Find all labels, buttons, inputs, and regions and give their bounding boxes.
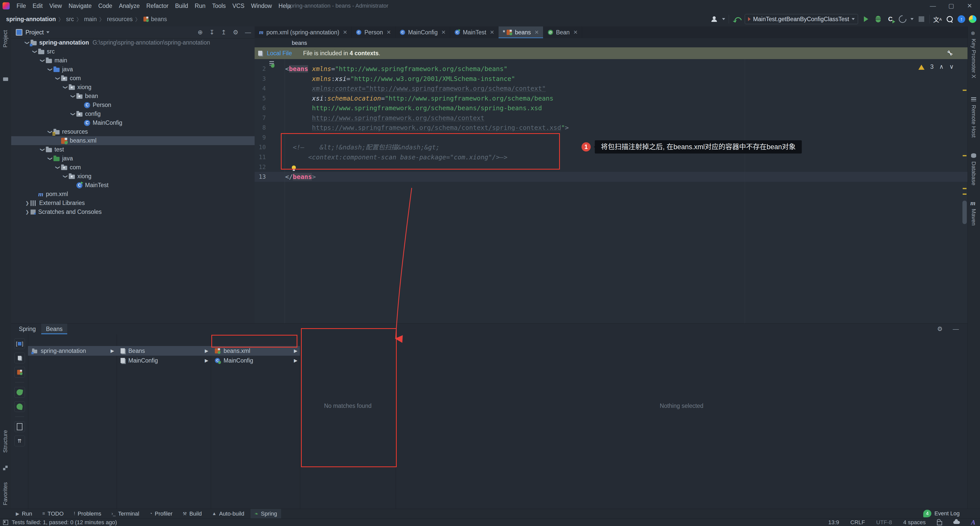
stripe-warning-mark[interactable] <box>963 188 967 189</box>
minimize-button[interactable]: — <box>924 0 942 12</box>
breadcrumb-item-resources[interactable]: resources <box>107 16 133 23</box>
expand-right-icon[interactable]: ▶ <box>205 348 208 354</box>
close-icon[interactable]: ✕ <box>441 29 446 35</box>
maximize-button[interactable]: ▢ <box>942 0 960 12</box>
chevron-expanded-icon[interactable]: ❯ <box>70 93 76 100</box>
tree-item-xiong[interactable]: ❯xiong <box>11 172 255 181</box>
tree-item-Person[interactable]: CPerson <box>11 100 255 110</box>
collapse-all-icon[interactable]: ↥ <box>221 29 226 36</box>
leaf-lock-icon[interactable] <box>14 387 25 398</box>
stripe-warning-mark[interactable] <box>963 155 967 156</box>
hide-panel-icon[interactable]: — <box>245 29 251 36</box>
locate-file-icon[interactable]: ⊕ <box>197 29 203 36</box>
menu-tools[interactable]: Tools <box>209 0 229 12</box>
tree-item-MainTest[interactable]: CMainTest <box>11 181 255 190</box>
cloud-settings-icon[interactable] <box>953 521 960 524</box>
line-ending[interactable]: CRLF <box>850 519 865 526</box>
search-everywhere-icon[interactable] <box>945 15 954 24</box>
tool-button-remote-host[interactable]: Remote Host <box>970 105 977 137</box>
tree-item-java[interactable]: ❯java <box>11 154 255 163</box>
layout-toggle-icon[interactable] <box>3 520 8 525</box>
tool-button-favorites[interactable]: Favorites <box>2 482 9 505</box>
coverage-button[interactable]: C <box>886 15 895 24</box>
chevron-expanded-icon[interactable]: ❯ <box>55 164 60 171</box>
tool-window-button-problems[interactable]: !Problems <box>70 509 105 519</box>
prev-warning-icon[interactable]: ∧ <box>939 63 944 70</box>
lock-icon[interactable] <box>937 521 942 525</box>
breadcrumb-item-main[interactable]: main <box>84 16 97 23</box>
plugin-a-icon[interactable]: A <box>971 519 975 526</box>
chevron-expanded-icon[interactable]: ❯ <box>32 48 38 55</box>
chevron-expanded-icon[interactable]: ❯ <box>63 84 68 91</box>
close-icon[interactable]: ✕ <box>343 29 348 35</box>
project-panel-title[interactable]: Project <box>25 29 44 36</box>
user-icon[interactable] <box>710 15 719 24</box>
event-log-button[interactable]: 4 Event Log <box>923 509 959 518</box>
breadcrumb-item[interactable]: beans <box>292 40 307 46</box>
close-icon[interactable]: ✕ <box>387 29 391 35</box>
vcs-update-icon[interactable]: ⤺ <box>731 13 742 25</box>
local-file-link[interactable]: Local File <box>267 50 292 57</box>
editor-tab-Bean[interactable]: @Bean✕ <box>543 27 582 38</box>
panel-tab-beans[interactable]: Beans <box>41 324 67 334</box>
menu-refactor[interactable]: Refactor <box>143 0 172 12</box>
tree-item-com[interactable]: ❯com <box>11 163 255 172</box>
expand-right-icon[interactable]: ▶ <box>110 348 114 354</box>
tool-button-key-promoter-x[interactable]: Key Promoter X <box>970 39 977 78</box>
tool-button-database[interactable]: Database <box>970 161 977 185</box>
close-icon[interactable]: ✕ <box>490 29 495 35</box>
gradient-ball-icon[interactable] <box>969 15 977 23</box>
next-warning-icon[interactable]: ∨ <box>949 63 954 70</box>
breadcrumb-item-src[interactable]: src <box>66 16 74 23</box>
expand-all-icon[interactable]: ↧ <box>209 29 215 36</box>
editor-tab-beans[interactable]: *beans✕ <box>498 27 543 38</box>
menu-code[interactable]: Code <box>95 0 116 12</box>
menu-analyze[interactable]: Analyze <box>116 0 143 12</box>
tool-window-button-spring[interactable]: ❧Spring <box>251 509 282 519</box>
tool-button-project[interactable]: Project <box>2 30 9 48</box>
run-button[interactable] <box>862 15 870 24</box>
code-line-2[interactable]: 2<beans xmlns="http://www.springframewor… <box>255 64 967 74</box>
chevron-down-icon[interactable] <box>910 18 913 20</box>
profiler-button[interactable] <box>898 15 907 24</box>
expand-icon[interactable]: ⇈ <box>14 435 25 446</box>
menu-edit[interactable]: Edit <box>29 0 46 12</box>
tree-item-beans.xml[interactable]: beans.xml <box>11 136 255 145</box>
chevron-collapsed-icon[interactable]: ❯ <box>24 209 30 215</box>
expand-right-icon[interactable]: ▶ <box>205 358 208 363</box>
leaf-gear-icon[interactable] <box>14 401 25 412</box>
wrench-icon[interactable]: 🔧︎ <box>947 49 953 57</box>
expand-right-icon[interactable]: ▶ <box>294 348 298 354</box>
gear-icon[interactable]: ⚙ <box>937 326 943 332</box>
stripe-warning-mark[interactable] <box>963 194 967 195</box>
menu-build[interactable]: Build <box>172 0 191 12</box>
tree-item-bean[interactable]: ❯bean <box>11 92 255 100</box>
beans-row-spring-annotation[interactable]: spring-annotation▶ <box>28 346 117 356</box>
spring-bean-gutter-icon[interactable] <box>271 64 274 68</box>
code-line-3[interactable]: 3 xmlns:xsi="http://www.w3.org/2001/XMLS… <box>255 74 967 84</box>
stripe-warning-mark[interactable] <box>963 90 967 91</box>
beans-row-Beans[interactable]: Beans▶ <box>117 346 211 356</box>
folder-icon[interactable] <box>3 78 8 81</box>
panel-tab-spring[interactable]: Spring <box>14 324 40 334</box>
tool-window-button-build[interactable]: ⚒Build <box>179 509 206 519</box>
tree-item-External-Libraries[interactable]: ❯External Libraries <box>11 199 255 208</box>
code-line-7[interactable]: 7 http://www.springframework.org/schema/… <box>255 113 967 123</box>
close-icon[interactable]: ✕ <box>573 29 578 35</box>
chevron-expanded-icon[interactable]: ❯ <box>47 129 53 135</box>
breadcrumb-item-beans[interactable]: beans <box>151 16 167 23</box>
chevron-expanded-icon[interactable]: ❯ <box>40 57 45 64</box>
chevron-down-icon[interactable] <box>722 18 725 20</box>
tool-button-structure[interactable]: Structure <box>2 430 9 453</box>
editor-tab-Person[interactable]: CPerson✕ <box>352 27 395 38</box>
tree-item-resources[interactable]: ❯resources <box>11 127 255 136</box>
tool-window-button-run[interactable]: ▶Run <box>12 509 36 519</box>
chevron-expanded-icon[interactable]: ❯ <box>70 111 76 118</box>
menu-vcs[interactable]: VCS <box>229 0 248 12</box>
tree-item-MainConfig[interactable]: CMainConfig <box>11 118 255 127</box>
tool-window-button-todo[interactable]: ≡TODO <box>38 509 68 519</box>
code-line-5[interactable]: 5 xsi:schemaLocation="http://www.springf… <box>255 94 967 103</box>
chevron-collapsed-icon[interactable]: ❯ <box>24 200 30 206</box>
tool-window-button-auto-build[interactable]: ▲Auto-build <box>208 509 248 519</box>
chevron-expanded-icon[interactable]: ❯ <box>47 155 53 162</box>
